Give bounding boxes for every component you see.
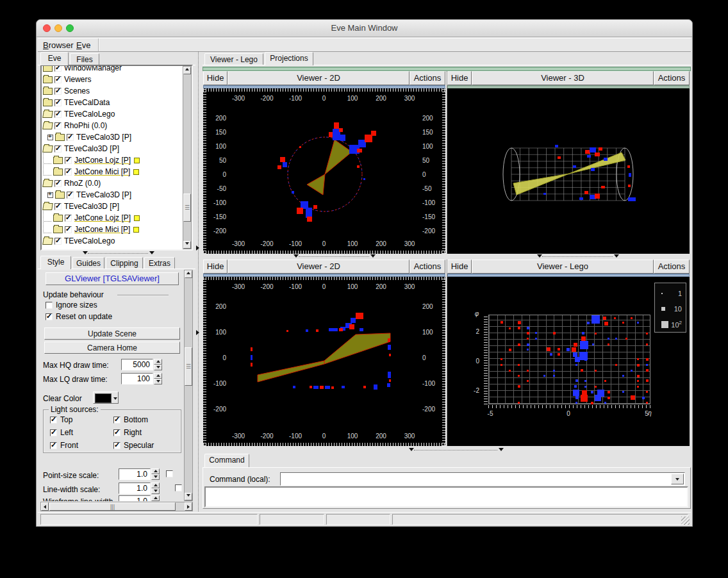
light-checkbox[interactable]	[50, 429, 57, 436]
spin-up-icon[interactable]	[154, 373, 162, 379]
bottom-splitter[interactable]	[203, 447, 691, 453]
hscrollbar-thumb[interactable]: |||	[49, 502, 176, 511]
tree-item[interactable]: JetCone Lojz [P]	[43, 212, 181, 224]
wireframe-width-value[interactable]: 1.0	[119, 495, 151, 501]
row-splitter[interactable]	[203, 254, 691, 260]
viewer-title[interactable]: Viewer - Lego	[472, 260, 654, 274]
actions-button[interactable]: Actions	[654, 71, 690, 85]
tree-item[interactable]: RhoZ (0.0)	[43, 178, 181, 189]
tree-checkbox[interactable]	[54, 65, 62, 72]
scroll-down-icon[interactable]	[185, 493, 192, 500]
update-scene-button[interactable]: Update Scene	[44, 327, 180, 340]
left-splitter[interactable]	[88, 253, 148, 254]
scroll-up-icon[interactable]	[185, 270, 192, 278]
tree-item[interactable]: TEveCalo3D [P]	[43, 201, 181, 212]
tree-item[interactable]: TEveCaloLego	[43, 235, 181, 247]
tab-style[interactable]: Style	[40, 256, 71, 269]
tree-item[interactable]: JetCone Mici [P]	[43, 224, 181, 235]
tree-checkbox[interactable]	[54, 88, 62, 95]
tree-item[interactable]: WindowManager	[43, 65, 181, 74]
combo-dropdown-button[interactable]	[671, 474, 684, 484]
tree-item[interactable]: JetCone Mici [P]	[43, 166, 181, 178]
pack-separator[interactable]	[203, 67, 691, 71]
reset-on-update-checkbox[interactable]	[46, 313, 53, 320]
spin-up-icon[interactable]	[151, 495, 160, 501]
tree-checkbox[interactable]	[65, 157, 72, 164]
light-top-row[interactable]: Top	[50, 415, 113, 424]
tree-item[interactable]: Scenes	[43, 85, 181, 97]
max-hq-value[interactable]: 5000	[121, 359, 153, 370]
splitter-arrow-icon[interactable]	[196, 330, 199, 335]
glviewer-button[interactable]: GLViewer [TGLSAViewer]	[46, 272, 179, 285]
line-width-value[interactable]: 1.0	[119, 483, 151, 494]
tab-files[interactable]: Files	[70, 53, 99, 65]
splitter-arrow-icon[interactable]	[149, 251, 154, 254]
left-hscrollbar[interactable]: |||	[40, 502, 193, 511]
light-right-row[interactable]: Right	[113, 428, 177, 437]
light-checkbox[interactable]	[113, 429, 120, 436]
light-checkbox[interactable]	[113, 417, 120, 424]
max-lq-value[interactable]: 100	[121, 373, 153, 384]
light-bottom-row[interactable]: Bottom	[113, 415, 177, 424]
spin-down-icon[interactable]	[154, 365, 162, 370]
tree-checkbox[interactable]	[54, 145, 62, 153]
tree-item[interactable]: TEveCalData	[43, 97, 181, 108]
viewer-2d-rhophi-canvas[interactable]: -300-300-200-200-100-1000010010020020030…	[203, 88, 445, 254]
viewer-3d-canvas[interactable]	[447, 88, 690, 254]
tree-checkbox[interactable]	[54, 203, 62, 210]
actions-button[interactable]: Actions	[654, 260, 690, 274]
main-vertical-splitter[interactable]	[198, 52, 199, 511]
light-front-row[interactable]: Front	[50, 441, 113, 450]
actions-button[interactable]: Actions	[410, 260, 445, 274]
tree-checkbox[interactable]	[65, 169, 72, 176]
tab-extras[interactable]: Extras	[144, 257, 175, 269]
command-output[interactable]	[204, 486, 688, 508]
spin-down-icon[interactable]	[151, 488, 160, 494]
menu-browser[interactable]: Browser	[40, 40, 76, 51]
viewer-title[interactable]: Viewer - 3D	[472, 71, 654, 85]
tree-checkbox[interactable]	[65, 226, 72, 233]
style-scrollbar[interactable]: ☰	[184, 270, 193, 501]
tab-guides[interactable]: Guides	[72, 257, 104, 269]
tree-checkbox[interactable]	[67, 134, 74, 141]
spin-up-icon[interactable]	[151, 468, 160, 474]
camera-home-button[interactable]: Camera Home	[44, 342, 180, 354]
scroll-up-icon[interactable]	[183, 67, 191, 74]
tree-item[interactable]: TEveCaloLego	[43, 108, 181, 120]
tab-viewer-lego[interactable]: Viewer - Lego	[204, 53, 263, 65]
hide-button[interactable]: Hide	[203, 71, 228, 85]
light-checkbox[interactable]	[50, 442, 57, 449]
tree-checkbox[interactable]	[54, 122, 62, 129]
tree-item[interactable]: Viewers	[43, 74, 181, 85]
hide-button[interactable]: Hide	[203, 260, 228, 274]
actions-button[interactable]: Actions	[410, 71, 445, 85]
tree-scrollbar-thumb[interactable]: ☰	[183, 194, 191, 222]
tree-checkbox[interactable]	[54, 99, 62, 106]
ignore-sizes-row[interactable]: Ignore sizes	[46, 301, 97, 310]
viewer-title[interactable]: Viewer - 2D	[228, 71, 410, 85]
tree-checkbox[interactable]	[54, 76, 62, 83]
tab-clipping[interactable]: Clipping	[106, 257, 143, 269]
column-divider[interactable]	[445, 260, 447, 446]
reset-on-update-row[interactable]: Reset on update	[46, 312, 112, 321]
tree-item[interactable]: JetCone Lojz [P]	[43, 154, 181, 166]
tab-eve[interactable]: Eve	[40, 52, 69, 65]
tab-command[interactable]: Command	[204, 454, 249, 467]
light-checkbox[interactable]	[50, 417, 57, 424]
tree-checkbox[interactable]	[54, 111, 62, 118]
command-input[interactable]	[281, 474, 671, 484]
scroll-right-icon[interactable]	[185, 502, 192, 511]
viewer-2d-rhoz-canvas[interactable]: -300-300-200-200-100-1000010010020020030…	[203, 277, 445, 446]
tree-scrollbar[interactable]: ☰	[183, 66, 192, 249]
tree-checkbox[interactable]	[54, 180, 62, 187]
hide-button[interactable]: Hide	[447, 260, 472, 274]
tree-item[interactable]: RhoPhi (0.0)	[43, 120, 181, 131]
menu-eve[interactable]: Eve	[74, 40, 93, 51]
light-specular-row[interactable]: Specular	[113, 441, 177, 450]
tree-checkbox[interactable]	[54, 238, 62, 245]
scroll-down-icon[interactable]	[183, 241, 191, 249]
spin-down-icon[interactable]	[154, 379, 162, 384]
tree-item[interactable]: TEveCalo3D [P]	[43, 143, 181, 154]
viewer-lego-canvas[interactable]: 110102 20-2φ-505η	[447, 277, 690, 446]
hide-button[interactable]: Hide	[447, 71, 472, 85]
